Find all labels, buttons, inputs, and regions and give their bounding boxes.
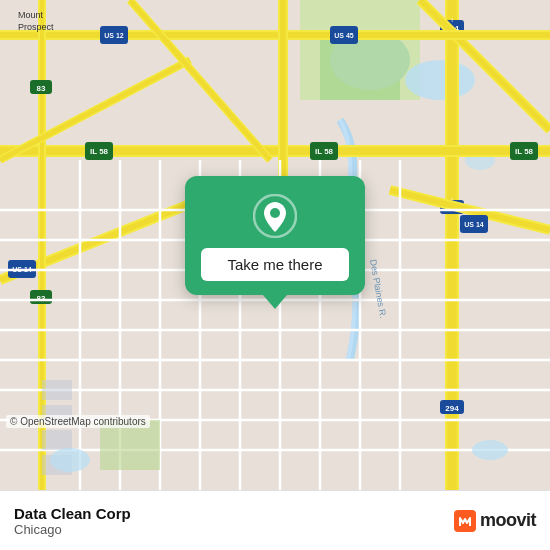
svg-rect-75: [42, 430, 72, 450]
svg-rect-33: [0, 32, 550, 38]
svg-text:Mount: Mount: [18, 10, 44, 20]
svg-rect-7: [447, 0, 457, 490]
place-name: Data Clean Corp: [14, 505, 131, 522]
svg-text:US 14: US 14: [464, 221, 484, 228]
take-me-there-button[interactable]: Take me there: [201, 248, 349, 281]
place-info: Data Clean Corp Chicago: [14, 505, 131, 537]
moovit-brand-text: moovit: [480, 510, 536, 531]
svg-point-81: [270, 208, 280, 218]
svg-rect-73: [42, 380, 72, 400]
svg-text:IL 58: IL 58: [515, 147, 534, 156]
location-pin-icon: [253, 194, 297, 238]
moovit-logo: moovit: [454, 510, 536, 532]
svg-text:IL 58: IL 58: [90, 147, 109, 156]
svg-point-79: [472, 440, 508, 460]
svg-text:83: 83: [37, 294, 46, 303]
svg-text:294: 294: [445, 404, 459, 413]
place-city: Chicago: [14, 522, 131, 537]
svg-text:Prospect: Prospect: [18, 22, 54, 32]
svg-point-4: [405, 60, 475, 100]
svg-text:US 12: US 12: [104, 32, 124, 39]
moovit-m-icon: [454, 510, 476, 532]
popup-card: Take me there: [185, 176, 365, 295]
map-container: 294 I 294 I 294 IL 58 IL 58 US 14 US 14 …: [0, 0, 550, 490]
svg-text:US 45: US 45: [334, 32, 354, 39]
svg-text:83: 83: [37, 84, 46, 93]
copyright-text: © OpenStreetMap contributors: [6, 415, 150, 428]
svg-text:IL 58: IL 58: [315, 147, 334, 156]
svg-point-78: [50, 448, 90, 472]
bottom-bar: Data Clean Corp Chicago moovit: [0, 490, 550, 550]
svg-rect-19: [0, 147, 550, 155]
